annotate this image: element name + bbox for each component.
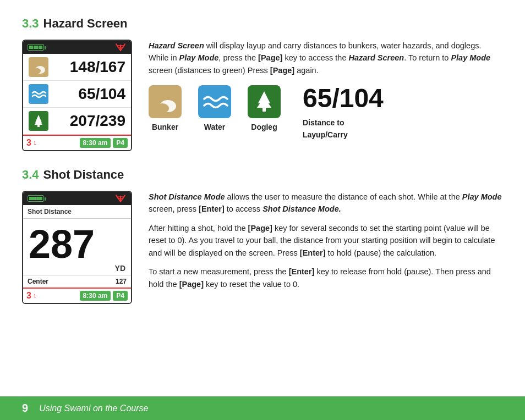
section-34-number: 3.4 [22,168,39,182]
footer-page-number: 9 [22,402,28,415]
legend-bunker-icon [149,85,182,118]
center-label: Center [28,278,48,285]
section-33-text: Hazard Screen will display layup and car… [149,40,503,151]
legend-distance: 65/104 Distance to Layup/Carry [303,85,384,141]
device-bottom-bar-34: 3 1 8:30 am P4 [23,288,131,303]
bunker-icon-box [29,57,48,77]
shot-battery-body [28,195,44,202]
shot-unit: YD [115,264,125,273]
time-badge: 8:30 am [80,138,111,148]
bunker-row: 148/167 [23,54,131,81]
shot-device-body: Shot Distance 287 YD Center 127 [23,205,131,288]
hole-number: 3 [26,138,31,148]
hole-sub: 1 [34,140,36,146]
shot-battery-icon [28,195,44,202]
shot-hole-number: 3 [26,291,31,301]
bunker-distance: 148/167 [70,58,125,76]
legend-bunker: Bunker [149,85,182,134]
shot-device: Shot Distance 287 YD Center 127 3 1 8:30… [22,191,132,304]
section-33-number: 3.3 [22,16,39,31]
shot-center-bar: Center 127 [23,275,131,288]
shot-distance-main: 287 YD [23,219,131,275]
water-distance: 65/104 [78,85,125,103]
shot-device-top-bar [23,192,131,205]
footer: 9 Using Swami on the Course [0,396,525,420]
section-33-body: 148/167 65/104 [22,40,503,151]
section-33-title: Hazard Screen [43,16,128,31]
water-row: 65/104 [23,81,131,108]
water-icon-box [29,84,48,104]
icon-legend: Bunker Water [149,85,503,141]
dogleg-distance: 207/239 [70,112,125,130]
shot-para-1: Shot Distance Mode allows the user to me… [149,191,503,215]
battery-icon [28,44,44,51]
svg-point-7 [33,68,41,74]
legend-distance-value: 65/104 [303,85,384,112]
shot-para-3: To start a new measurement, press the [E… [149,266,503,290]
shot-page-badge: P4 [113,291,128,301]
legend-water-label: Water [204,121,225,134]
dogleg-row: 207/239 [23,108,131,135]
legend-water-icon [198,85,231,118]
section-34-title: Shot Distance [43,168,124,182]
battery-body [28,44,44,51]
hazard-device: 148/167 65/104 [22,40,132,151]
shot-antenna-icon [114,194,127,203]
shot-big-number: 287 [29,224,95,264]
device-body: 148/167 65/104 [23,54,131,135]
shot-hole-sub: 1 [34,293,36,299]
section-34-header: 3.4 Shot Distance [22,168,503,182]
section-34-text: Shot Distance Mode allows the user to me… [149,191,503,304]
svg-point-15 [156,103,169,113]
dogleg-icon-box [29,111,48,131]
svg-rect-20 [262,108,266,112]
section-33-header: 3.3 Hazard Screen [22,16,503,31]
shot-time-badge: 8:30 am [80,291,111,301]
hazard-description: Hazard Screen will display layup and car… [149,40,503,76]
device-bottom-bar-33: 3 1 8:30 am P4 [23,135,131,150]
page-badge: P4 [113,138,128,148]
device-top-bar [23,41,131,54]
center-value: 127 [116,278,127,285]
shot-para-2: After hitting a shot, hold the [Page] ke… [149,222,503,259]
svg-rect-12 [37,125,40,127]
legend-dogleg-icon [248,85,281,118]
section-34-body: Shot Distance 287 YD Center 127 3 1 8:30… [22,191,503,304]
legend-dogleg: Dogleg [248,85,281,134]
legend-dogleg-label: Dogleg [251,121,277,134]
legend-distance-label: Distance to Layup/Carry [303,117,348,141]
legend-water: Water [198,85,231,134]
shot-label-bar: Shot Distance [23,205,131,219]
footer-text: Using Swami on the Course [39,404,148,413]
shot-mode-label: Shot Distance [28,208,72,215]
legend-bunker-label: Bunker [152,121,178,134]
antenna-icon [114,43,127,52]
